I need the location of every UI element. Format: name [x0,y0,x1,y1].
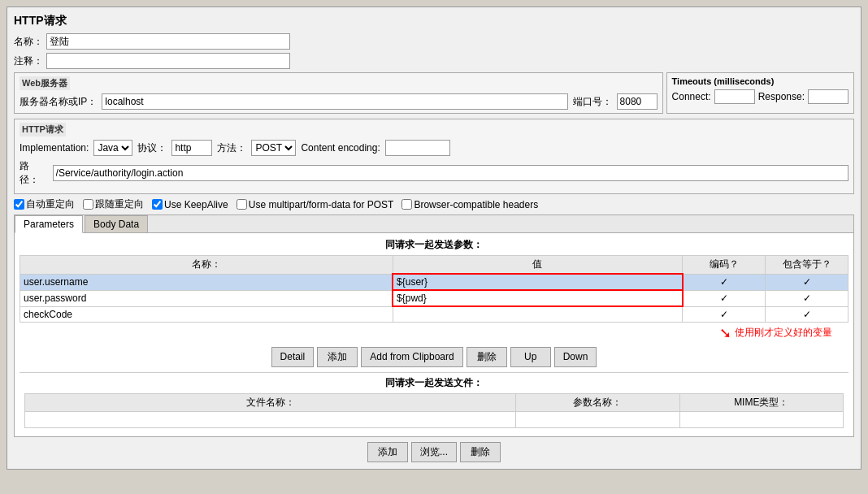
row3-value [393,306,683,322]
page-title: HTTP请求 [14,14,854,28]
timeouts-title: Timeouts (milliseconds) [672,76,848,86]
col-paramname-header: 参数名称： [516,393,679,411]
server-label: 服务器名称或IP： [20,95,97,109]
impl-label: Implementation: [20,142,89,154]
row3-name: checkCode [20,306,393,322]
name-input[interactable] [46,33,290,50]
row3-encode: ✓ [683,306,766,322]
row2-value: ${pwd} [393,290,683,306]
tab-body-data[interactable]: Body Data [85,215,148,232]
response-label: Response: [758,91,805,102]
files-empty-row [25,411,844,427]
connect-input[interactable] [714,89,755,104]
row1-encode: ✓ [683,274,766,290]
follow-redirect-checkbox[interactable]: 跟随重定向 [83,197,144,211]
col-include-header: 包含等于？ [766,256,848,275]
path-label: 路径： [20,159,48,187]
row1-name: user.username [20,274,393,290]
multipart-label: Use multipart/form-data for POST [249,199,394,210]
auto-redirect-label: 自动重定向 [26,197,75,211]
response-input[interactable] [808,89,848,104]
down-button[interactable]: Down [554,347,597,367]
tab-parameters[interactable]: Parameters [15,215,83,233]
delete-button[interactable]: 删除 [467,347,507,367]
col-filename-header: 文件名称： [25,393,516,411]
encoding-input[interactable] [385,140,450,156]
table-row[interactable]: checkCode ✓ ✓ [20,306,848,322]
browser-headers-label: Browser-compatible headers [414,199,538,210]
path-input[interactable] [53,165,848,181]
method-label: 方法： [217,141,246,155]
bottom-delete-button[interactable]: 删除 [460,442,501,462]
row1-value: ${user} [393,274,683,290]
col-encode-header: 编码？ [683,256,766,275]
params-table: 名称： 值 编码？ 包含等于？ user.username ${user} ✓ … [20,255,848,323]
comment-input[interactable] [46,53,290,69]
port-input[interactable] [617,93,658,110]
row2-name: user.password [20,290,393,306]
add-from-clipboard-button[interactable]: Add from Clipboard [361,347,462,367]
arrow-icon: ➘ [719,324,731,342]
add-button[interactable]: 添加 [317,347,358,367]
impl-select[interactable]: Java [93,140,132,156]
follow-redirect-label: 跟随重定向 [95,197,144,211]
row3-include: ✓ [766,306,848,322]
params-title: 同请求一起发送参数： [20,238,848,252]
auto-redirect-checkbox[interactable]: 自动重定向 [14,197,75,211]
up-button[interactable]: Up [510,347,551,367]
comment-label: 注释： [14,54,43,68]
method-select[interactable]: POST GET [251,140,296,156]
files-title: 同请求一起发送文件： [24,376,844,390]
http-section-title: HTTP请求 [20,123,66,136]
protocol-input[interactable] [171,140,212,156]
detail-button[interactable]: Detail [271,347,315,367]
web-server-title: Web服务器 [20,76,70,90]
annotation-row: ➘ 使用刚才定义好的变量 [20,324,848,342]
col-name-header: 名称： [20,256,393,275]
col-mime-header: MIME类型： [679,393,843,411]
table-row[interactable]: user.username ${user} ✓ ✓ [20,274,848,290]
row2-encode: ✓ [683,290,766,306]
bottom-browse-button[interactable]: 浏览... [411,442,457,462]
server-ip-input[interactable] [102,93,567,110]
row2-include: ✓ [766,290,848,306]
row1-include: ✓ [766,274,848,290]
browser-headers-checkbox[interactable]: Browser-compatible headers [401,199,538,210]
bottom-add-button[interactable]: 添加 [367,442,408,462]
table-row[interactable]: user.password ${pwd} ✓ ✓ [20,290,848,306]
files-table: 文件名称： 参数名称： MIME类型： [24,393,844,428]
col-value-header: 值 [393,256,683,275]
encoding-label: Content encoding: [301,142,380,154]
annotation-text: 使用刚才定义好的变量 [735,326,832,340]
port-label: 端口号： [573,95,612,109]
keepalive-checkbox[interactable]: Use KeepAlive [152,199,228,210]
multipart-checkbox[interactable]: Use multipart/form-data for POST [237,199,394,210]
connect-label: Connect: [672,91,711,102]
keepalive-label: Use KeepAlive [164,199,228,210]
protocol-label: 协议： [137,141,167,155]
name-label: 名称： [14,35,43,49]
